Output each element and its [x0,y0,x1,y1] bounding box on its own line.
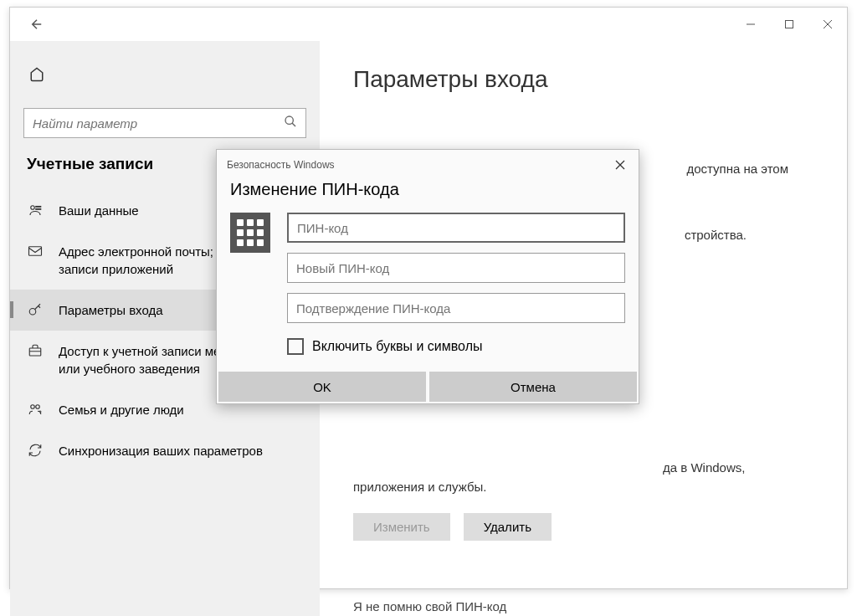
svg-rect-8 [36,209,41,210]
search-icon [284,115,297,131]
briefcase-icon [27,342,44,359]
current-pin-input[interactable] [287,213,625,243]
ok-button[interactable]: OK [218,372,426,402]
page-title: Параметры входа [353,66,813,93]
svg-line-5 [292,123,295,126]
letters-symbols-checkbox[interactable] [287,338,304,355]
back-button[interactable] [23,11,50,38]
svg-point-13 [36,405,40,409]
close-button[interactable] [808,8,847,41]
svg-rect-7 [36,207,41,208]
sidebar-item-label: Семья и другие люди [59,401,184,418]
search-input[interactable] [33,116,284,131]
svg-rect-9 [29,247,42,256]
minimize-button[interactable] [731,8,770,41]
sidebar-item-label: Параметры входа [59,301,163,319]
svg-point-4 [285,116,293,124]
checkbox-label: Включить буквы и символы [312,339,483,354]
user-icon [27,202,44,218]
sidebar-item-label: Ваши данные [59,202,139,219]
svg-point-6 [31,206,35,210]
change-button[interactable]: Изменить [353,513,450,541]
windows-text: да в Windows, приложения и службы. [353,459,813,496]
family-icon [27,401,44,418]
search-input-container [23,108,306,138]
mail-icon [27,243,44,259]
sync-icon [27,442,44,459]
key-icon [27,301,44,318]
svg-rect-1 [786,21,793,28]
confirm-pin-input[interactable] [287,293,625,323]
forgot-pin-link[interactable]: Я не помню свой ПИН-код [353,599,506,613]
svg-point-12 [31,405,35,409]
sidebar-item-sync[interactable]: Синхронизация ваших параметров [10,430,320,471]
pin-pad-icon [230,213,270,253]
svg-rect-11 [29,348,41,356]
titlebar [10,8,847,41]
home-button[interactable] [20,58,54,91]
sidebar-item-label: Синхронизация ваших параметров [59,442,263,459]
dialog-title: Изменение ПИН-кода [217,177,639,213]
change-pin-dialog: Безопасность Windows Изменение ПИН-кода … [216,149,639,404]
maximize-button[interactable] [770,8,808,41]
dialog-close-button[interactable] [612,157,629,173]
cancel-button[interactable]: Отмена [429,372,637,402]
new-pin-input[interactable] [287,253,625,283]
delete-button[interactable]: Удалить [464,513,552,541]
dialog-header-text: Безопасность Windows [227,159,335,171]
